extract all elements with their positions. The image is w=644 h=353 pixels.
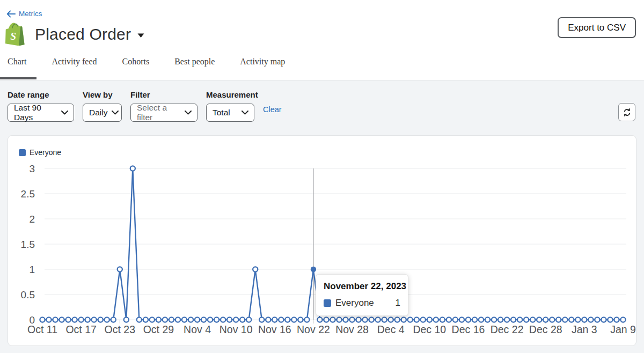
- data-point[interactable]: [382, 317, 387, 322]
- data-point[interactable]: [421, 317, 426, 322]
- data-point[interactable]: [434, 317, 438, 322]
- data-point[interactable]: [620, 317, 625, 322]
- view-by-select[interactable]: Daily: [83, 104, 122, 122]
- data-point[interactable]: [550, 317, 554, 322]
- date-range-select[interactable]: Last 90 Days: [8, 104, 74, 122]
- data-point[interactable]: [556, 317, 561, 322]
- data-point[interactable]: [169, 317, 174, 322]
- data-point[interactable]: [595, 317, 599, 322]
- data-point[interactable]: [479, 317, 484, 322]
- data-point[interactable]: [298, 317, 303, 322]
- data-point[interactable]: [150, 317, 155, 322]
- data-point[interactable]: [304, 317, 309, 322]
- data-point[interactable]: [98, 317, 103, 322]
- data-point[interactable]: [317, 317, 322, 322]
- data-point[interactable]: [227, 317, 232, 322]
- data-point[interactable]: [343, 317, 348, 322]
- highlighted-data-point[interactable]: [311, 267, 316, 272]
- data-point[interactable]: [543, 317, 548, 322]
- data-point[interactable]: [530, 317, 535, 322]
- data-point[interactable]: [208, 317, 213, 322]
- data-point[interactable]: [389, 317, 393, 322]
- data-point[interactable]: [201, 317, 206, 322]
- data-point[interactable]: [330, 317, 335, 322]
- data-point[interactable]: [156, 317, 161, 322]
- data-point[interactable]: [349, 317, 354, 322]
- data-point[interactable]: [356, 317, 361, 322]
- data-point[interactable]: [266, 317, 270, 322]
- data-point[interactable]: [40, 317, 45, 322]
- data-point[interactable]: [485, 317, 490, 322]
- data-point[interactable]: [79, 317, 84, 322]
- title-dropdown-caret-icon[interactable]: [137, 33, 144, 38]
- data-point[interactable]: [575, 317, 580, 322]
- data-point[interactable]: [537, 317, 541, 322]
- data-point[interactable]: [582, 317, 587, 322]
- data-point[interactable]: [395, 317, 400, 322]
- data-point[interactable]: [195, 317, 200, 322]
- data-point[interactable]: [498, 317, 503, 322]
- clear-filters-link[interactable]: Clear: [263, 105, 282, 114]
- data-point[interactable]: [285, 317, 290, 322]
- data-point[interactable]: [562, 317, 567, 322]
- data-point[interactable]: [466, 317, 471, 322]
- data-point[interactable]: [92, 317, 97, 322]
- data-point[interactable]: [408, 317, 413, 322]
- data-point[interactable]: [569, 317, 574, 322]
- data-point[interactable]: [124, 317, 129, 322]
- tab-cohorts[interactable]: Cohorts: [122, 57, 150, 67]
- data-point[interactable]: [614, 317, 619, 322]
- data-point[interactable]: [214, 317, 219, 322]
- data-point[interactable]: [233, 317, 238, 322]
- data-point[interactable]: [53, 317, 57, 322]
- data-point[interactable]: [259, 317, 264, 322]
- data-point[interactable]: [118, 267, 122, 271]
- data-point[interactable]: [72, 317, 77, 322]
- data-point[interactable]: [253, 267, 258, 271]
- data-point[interactable]: [492, 317, 496, 322]
- data-point[interactable]: [221, 317, 225, 322]
- filter-select[interactable]: Select a filter: [130, 104, 197, 122]
- data-point[interactable]: [246, 317, 251, 322]
- data-point[interactable]: [363, 317, 368, 322]
- data-point[interactable]: [188, 317, 193, 322]
- data-point[interactable]: [143, 317, 148, 322]
- export-csv-button[interactable]: Export to CSV: [558, 17, 636, 38]
- data-point[interactable]: [453, 317, 458, 322]
- data-point[interactable]: [472, 317, 477, 322]
- data-point[interactable]: [601, 317, 606, 322]
- data-point[interactable]: [588, 317, 593, 322]
- data-point[interactable]: [459, 317, 464, 322]
- data-point[interactable]: [240, 317, 245, 322]
- tab-chart[interactable]: Chart: [8, 57, 27, 67]
- data-point[interactable]: [524, 317, 529, 322]
- data-point[interactable]: [369, 317, 374, 322]
- data-point[interactable]: [504, 317, 509, 322]
- tab-best-people[interactable]: Best people: [174, 57, 215, 67]
- data-point[interactable]: [137, 317, 142, 322]
- data-point[interactable]: [85, 317, 90, 322]
- data-point[interactable]: [279, 317, 283, 322]
- data-point[interactable]: [440, 317, 445, 322]
- data-point[interactable]: [608, 317, 612, 322]
- data-point[interactable]: [175, 317, 180, 322]
- data-point[interactable]: [291, 317, 296, 322]
- data-point[interactable]: [130, 166, 135, 171]
- data-point[interactable]: [376, 317, 380, 322]
- data-point[interactable]: [447, 317, 451, 322]
- data-point[interactable]: [46, 317, 51, 322]
- data-point[interactable]: [59, 317, 64, 322]
- data-point[interactable]: [182, 317, 187, 322]
- data-point[interactable]: [414, 317, 419, 322]
- data-point[interactable]: [511, 317, 516, 322]
- measurement-select[interactable]: Total: [206, 104, 254, 122]
- data-point[interactable]: [105, 317, 109, 322]
- refresh-button[interactable]: [618, 103, 635, 121]
- data-point[interactable]: [517, 317, 522, 322]
- data-point[interactable]: [427, 317, 432, 322]
- back-to-metrics-link[interactable]: Metrics: [6, 10, 42, 18]
- data-point[interactable]: [272, 317, 277, 322]
- data-point[interactable]: [111, 317, 116, 322]
- tab-activity-map[interactable]: Activity map: [240, 57, 285, 67]
- data-point[interactable]: [324, 317, 328, 322]
